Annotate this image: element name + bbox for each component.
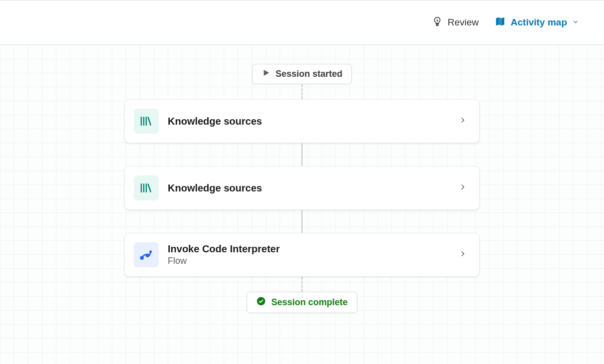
node-text: Knowledge sources: [168, 116, 449, 127]
map-icon: [495, 16, 506, 29]
play-icon: [262, 68, 271, 80]
connector: [302, 143, 302, 166]
connector: [302, 210, 302, 233]
node-knowledge-sources[interactable]: Knowledge sources: [124, 166, 480, 210]
session-started-pill[interactable]: Session started: [252, 64, 352, 84]
chevron-right-icon: [458, 116, 467, 127]
session-started-label: Session started: [276, 69, 342, 79]
svg-point-0: [140, 256, 144, 260]
chevron-down-icon: [572, 17, 579, 28]
activity-canvas[interactable]: Session started Knowledge sources: [0, 45, 604, 364]
chevron-right-icon: [458, 182, 467, 193]
knowledge-icon: [134, 109, 159, 134]
connector: [302, 84, 302, 99]
session-complete-label: Session complete: [271, 297, 347, 308]
node-title: Knowledge sources: [168, 182, 449, 194]
node-text: Invoke Code Interpreter Flow: [168, 243, 449, 266]
chevron-right-icon: [458, 249, 467, 260]
review-button[interactable]: Review: [432, 16, 479, 29]
activity-map-button[interactable]: Activity map: [495, 16, 579, 29]
node-knowledge-sources[interactable]: Knowledge sources: [124, 99, 480, 143]
node-title: Invoke Code Interpreter: [168, 243, 449, 255]
top-bar: Review Activity map: [0, 0, 604, 45]
svg-point-1: [146, 254, 150, 258]
check-circle-icon: [256, 296, 266, 309]
activity-map-label: Activity map: [511, 17, 567, 28]
session-complete-pill[interactable]: Session complete: [247, 292, 357, 313]
connector: [302, 277, 302, 292]
flow-container: Session started Knowledge sources: [124, 64, 480, 313]
knowledge-icon: [134, 176, 159, 200]
lightbulb-icon: [432, 16, 443, 29]
flow-icon: [134, 242, 159, 267]
node-invoke-code-interpreter[interactable]: Invoke Code Interpreter Flow: [124, 233, 480, 277]
review-label: Review: [448, 17, 479, 28]
node-subtitle: Flow: [168, 256, 449, 266]
node-text: Knowledge sources: [168, 182, 449, 194]
svg-point-2: [149, 250, 152, 253]
node-title: Knowledge sources: [168, 116, 449, 127]
